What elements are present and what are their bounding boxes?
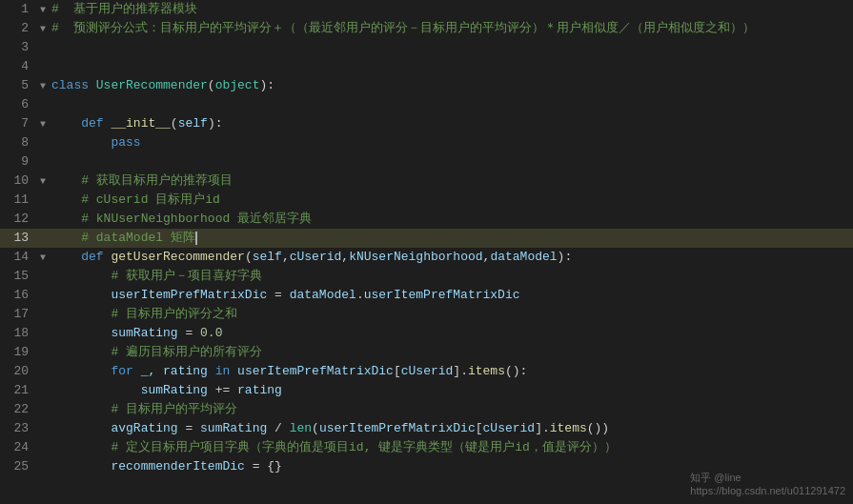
code-line-row: 9 <box>0 152 853 171</box>
line-number: 17 <box>0 305 36 324</box>
code-line-row: 16 userItemPrefMatrixDic = dataModel.use… <box>0 286 853 305</box>
code-text[interactable]: # 基于用户的推荐器模块 <box>50 0 853 19</box>
fold-indicator[interactable]: ▼ <box>36 19 50 38</box>
fold-indicator <box>36 286 50 305</box>
line-number: 4 <box>0 57 36 76</box>
code-text[interactable]: for _, rating in userItemPrefMatrixDic[c… <box>50 362 853 381</box>
line-number: 1 <box>0 0 36 19</box>
code-text[interactable]: # dataModel 矩阵 <box>50 229 853 248</box>
code-line-row: 5▼class UserRecommender(object): <box>0 76 853 95</box>
code-text[interactable]: def getUserRecommender(self,cUserid,kNUs… <box>50 248 853 267</box>
code-text[interactable] <box>50 38 853 57</box>
fold-indicator[interactable]: ▼ <box>36 171 50 191</box>
line-number: 16 <box>0 286 36 305</box>
code-text[interactable]: sumRating += rating <box>50 381 853 400</box>
code-text[interactable] <box>50 95 853 114</box>
code-lines: 1▼# 基于用户的推荐器模块2▼# 预测评分公式：目标用户的平均评分＋（（最近邻… <box>0 0 853 476</box>
fold-indicator <box>36 229 50 248</box>
code-line-row: 12 # kNUserNeighborhood 最近邻居字典 <box>0 210 853 229</box>
line-number: 12 <box>0 210 36 229</box>
fold-indicator <box>36 438 50 457</box>
code-line-row: 6 <box>0 95 853 114</box>
line-number: 11 <box>0 191 36 210</box>
code-line-row: 8 pass <box>0 133 853 152</box>
code-line-row: 17 # 目标用户的评分之和 <box>0 305 853 324</box>
code-line-row: 24 # 定义目标用户项目字典（字典的值是项目id, 键是字典类型（键是用户id… <box>0 438 853 457</box>
fold-indicator[interactable]: ▼ <box>36 0 50 19</box>
line-number: 21 <box>0 381 36 400</box>
line-number: 2 <box>0 19 36 38</box>
fold-indicator[interactable]: ▼ <box>36 76 50 95</box>
code-text[interactable] <box>50 57 853 76</box>
fold-indicator <box>36 95 50 114</box>
fold-indicator <box>36 57 50 76</box>
fold-indicator[interactable]: ▼ <box>36 248 50 267</box>
code-editor: 1▼# 基于用户的推荐器模块2▼# 预测评分公式：目标用户的平均评分＋（（最近邻… <box>0 0 853 504</box>
fold-indicator <box>36 457 50 476</box>
code-line-row: 23 avgRating = sumRating / len(userItemP… <box>0 419 853 438</box>
code-text[interactable]: def __init__(self): <box>50 114 853 133</box>
code-area: 1▼# 基于用户的推荐器模块2▼# 预测评分公式：目标用户的平均评分＋（（最近邻… <box>0 0 853 504</box>
code-text[interactable]: class UserRecommender(object): <box>50 76 853 95</box>
line-number: 5 <box>0 76 36 95</box>
code-line-row: 1▼# 基于用户的推荐器模块 <box>0 0 853 19</box>
fold-indicator <box>36 343 50 362</box>
code-line-row: 18 sumRating = 0.0 <box>0 324 853 343</box>
code-line-row: 4 <box>0 57 853 76</box>
code-line-row: 11 # cUserid 目标用户id <box>0 191 853 210</box>
code-text[interactable]: avgRating = sumRating / len(userItemPref… <box>50 419 853 438</box>
fold-indicator[interactable]: ▼ <box>36 114 50 133</box>
code-text[interactable]: # 目标用户的评分之和 <box>50 305 853 324</box>
code-text[interactable]: # 获取用户－项目喜好字典 <box>50 267 853 286</box>
code-text[interactable]: # 定义目标用户项目字典（字典的值是项目id, 键是字典类型（键是用户id，值是… <box>50 438 853 457</box>
code-text[interactable]: # kNUserNeighborhood 最近邻居字典 <box>50 210 853 229</box>
line-number: 24 <box>0 438 36 457</box>
fold-indicator <box>36 191 50 210</box>
fold-indicator <box>36 152 50 171</box>
code-line-row: 7▼ def __init__(self): <box>0 114 853 133</box>
code-text[interactable]: # 遍历目标用户的所有评分 <box>50 343 853 362</box>
code-text[interactable] <box>50 152 853 171</box>
code-line-row: 10▼ # 获取目标用户的推荐项目 <box>0 171 853 191</box>
fold-indicator <box>36 267 50 286</box>
line-number: 9 <box>0 152 36 171</box>
code-text[interactable]: # cUserid 目标用户id <box>50 191 853 210</box>
line-number: 22 <box>0 400 36 419</box>
code-line-row: 21 sumRating += rating <box>0 381 853 400</box>
code-text[interactable]: pass <box>50 133 853 152</box>
code-text[interactable]: # 预测评分公式：目标用户的平均评分＋（（最近邻用户的评分－目标用户的平均评分）… <box>50 19 853 38</box>
code-text[interactable]: userItemPrefMatrixDic = dataModel.userIt… <box>50 286 853 305</box>
code-text[interactable]: recommenderItemDic = {} <box>50 457 853 476</box>
code-line-row: 19 # 遍历目标用户的所有评分 <box>0 343 853 362</box>
fold-indicator <box>36 400 50 419</box>
code-line-row: 3 <box>0 38 853 57</box>
line-number: 3 <box>0 38 36 57</box>
line-number: 25 <box>0 457 36 476</box>
fold-indicator <box>36 419 50 438</box>
line-number: 14 <box>0 248 36 267</box>
code-line-row: 20 for _, rating in userItemPrefMatrixDi… <box>0 362 853 381</box>
code-line-row: 25 recommenderItemDic = {} <box>0 457 853 476</box>
line-number: 8 <box>0 133 36 152</box>
code-line-row: 15 # 获取用户－项目喜好字典 <box>0 267 853 286</box>
line-number: 15 <box>0 267 36 286</box>
code-text[interactable]: sumRating = 0.0 <box>50 324 853 343</box>
fold-indicator <box>36 362 50 381</box>
line-number: 13 <box>0 229 36 248</box>
line-number: 10 <box>0 171 36 191</box>
fold-indicator <box>36 38 50 57</box>
code-text[interactable]: # 获取目标用户的推荐项目 <box>50 171 853 191</box>
line-number: 18 <box>0 324 36 343</box>
line-number: 20 <box>0 362 36 381</box>
fold-indicator <box>36 324 50 343</box>
line-number: 23 <box>0 419 36 438</box>
line-number: 19 <box>0 343 36 362</box>
code-text[interactable]: # 目标用户的平均评分 <box>50 400 853 419</box>
line-number: 7 <box>0 114 36 133</box>
code-line-row: 2▼# 预测评分公式：目标用户的平均评分＋（（最近邻用户的评分－目标用户的平均评… <box>0 19 853 38</box>
text-cursor <box>195 232 197 245</box>
fold-indicator <box>36 305 50 324</box>
code-line-row: 13 # dataModel 矩阵 <box>0 229 853 248</box>
code-scroll[interactable]: 1▼# 基于用户的推荐器模块2▼# 预测评分公式：目标用户的平均评分＋（（最近邻… <box>0 0 853 504</box>
fold-indicator <box>36 381 50 400</box>
